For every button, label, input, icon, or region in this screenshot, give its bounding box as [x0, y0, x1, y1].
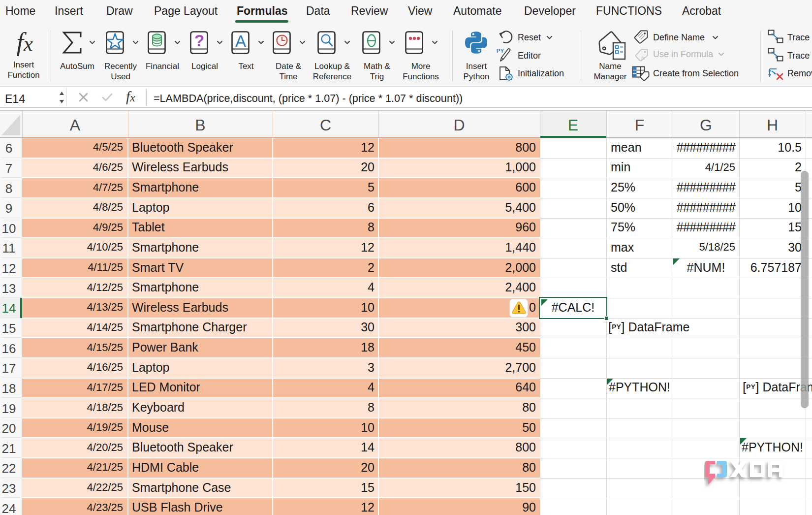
svg-text:fx: fx [641, 55, 645, 61]
svg-text:?: ? [194, 32, 204, 50]
svg-text:PY: PY [497, 48, 504, 54]
svg-text:A: A [235, 32, 246, 50]
